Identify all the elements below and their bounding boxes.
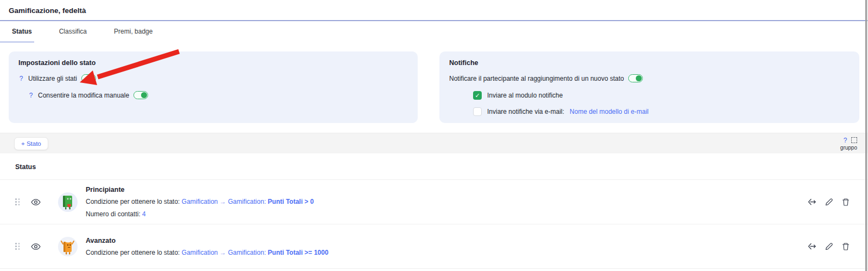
use-states-toggle[interactable] xyxy=(81,74,96,82)
status-row-principiante: Principiante Condizione per ottenere lo … xyxy=(0,180,868,224)
condition-field-link[interactable]: Gamification: xyxy=(228,198,266,205)
condition-metric[interactable]: Punti Totali xyxy=(268,198,303,205)
contacts-count: Numero di contatti: 4 xyxy=(86,210,807,218)
status-avatar-book-orange xyxy=(58,236,78,257)
condition-label: Condizione per ottenere lo stato: xyxy=(86,249,180,256)
add-status-button[interactable]: + Stato xyxy=(14,137,48,150)
drag-handle-icon[interactable] xyxy=(15,198,23,205)
status-row-body: Avanzato Condizione per ottenere lo stat… xyxy=(86,237,807,256)
condition-arrow: → xyxy=(220,198,226,205)
page-title: Gamificazione, fedeltà xyxy=(9,7,859,15)
drag-handle-icon[interactable] xyxy=(15,243,23,250)
notify-module-row: ✓ Inviare al modulo notifiche xyxy=(473,91,850,100)
condition-module-link[interactable]: Gamification xyxy=(182,198,218,205)
notifications-title: Notifiche xyxy=(449,59,850,67)
status-row-avanzato: Avanzato Condizione per ottenere lo stat… xyxy=(0,224,868,269)
notify-module-label: Inviare al modulo notifiche xyxy=(487,92,563,99)
tab-classifica[interactable]: Classifica xyxy=(59,28,87,43)
visibility-eye-icon[interactable] xyxy=(30,197,41,208)
tab-premi-badge[interactable]: Premi, badge xyxy=(114,28,152,43)
state-settings-panel: Impostazioni dello stato ? Utilizzare gl… xyxy=(9,51,418,123)
help-icon[interactable]: ? xyxy=(28,92,34,99)
status-name: Avanzato xyxy=(86,237,807,244)
list-toolbar: + Stato ? gruppo xyxy=(0,133,868,153)
manual-edit-row: ? Consentire la modifica manuale xyxy=(28,91,408,99)
notify-module-checkbox[interactable]: ✓ xyxy=(473,91,482,100)
row-actions xyxy=(807,241,851,251)
notify-email-checkbox[interactable] xyxy=(473,107,482,116)
status-condition: Condizione per ottenere lo stato: Gamifi… xyxy=(86,249,807,256)
group-select-icon[interactable] xyxy=(851,137,857,143)
use-states-label: Utilizzare gli stati xyxy=(28,75,77,82)
help-icon[interactable]: ? xyxy=(18,75,24,82)
email-template-link[interactable]: Nome del modello di e-mail xyxy=(570,108,648,115)
list-header: Status xyxy=(0,153,868,180)
contacts-value[interactable]: 4 xyxy=(142,210,146,218)
gamification-settings-page: Gamificazione, fedeltà Status Classifica… xyxy=(0,0,868,271)
status-name: Principiante xyxy=(86,186,807,193)
tab-bar: Status Classifica Premi, badge xyxy=(0,21,868,43)
notifications-panel: Notifiche Notificare il partecipante al … xyxy=(439,51,859,123)
group-control: ? gruppo xyxy=(840,136,857,151)
condition-module-link[interactable]: Gamification xyxy=(182,249,218,256)
active-tab-indicator xyxy=(0,41,34,43)
manual-edit-toggle[interactable] xyxy=(133,91,148,99)
transfer-contacts-icon[interactable] xyxy=(807,241,817,251)
notify-participant-label: Notificare il partecipante al raggiungim… xyxy=(449,75,624,82)
manual-edit-label: Consentire la modifica manuale xyxy=(38,92,129,99)
help-icon[interactable]: ? xyxy=(843,137,848,144)
status-condition: Condizione per ottenere lo stato: Gamifi… xyxy=(86,198,807,205)
condition-arrow: → xyxy=(220,249,226,256)
notify-email-row: Inviare notifiche via e-mail: Nome del m… xyxy=(473,107,850,116)
transfer-contacts-icon[interactable] xyxy=(807,197,817,207)
contacts-label: Numero di contatti: xyxy=(86,210,141,218)
condition-operator: >= 1000 xyxy=(304,249,328,256)
condition-field-link[interactable]: Gamification: xyxy=(228,249,266,256)
delete-trash-icon[interactable] xyxy=(841,197,851,207)
status-row-body: Principiante Condizione per ottenere lo … xyxy=(86,186,807,218)
condition-operator: > 0 xyxy=(304,198,314,205)
use-states-row: ? Utilizzare gli stati xyxy=(18,74,408,82)
settings-panels: Impostazioni dello stato ? Utilizzare gl… xyxy=(0,43,868,123)
page-header: Gamificazione, fedeltà xyxy=(0,0,868,20)
notify-participant-toggle[interactable] xyxy=(628,74,643,82)
notify-participant-row: Notificare il partecipante al raggiungim… xyxy=(449,74,850,82)
edit-pencil-icon[interactable] xyxy=(824,197,834,207)
notify-email-label: Inviare notifiche via e-mail: xyxy=(487,108,564,115)
tab-status[interactable]: Status xyxy=(12,28,32,43)
condition-label: Condizione per ottenere lo stato: xyxy=(86,198,180,205)
row-actions xyxy=(807,197,851,207)
delete-trash-icon[interactable] xyxy=(841,242,851,251)
window-edge-scrollbar[interactable] xyxy=(865,0,867,271)
edit-pencil-icon[interactable] xyxy=(824,242,834,251)
visibility-eye-icon[interactable] xyxy=(30,241,41,252)
group-label: gruppo xyxy=(840,145,857,151)
status-avatar-book-green xyxy=(58,192,78,212)
condition-metric[interactable]: Punti Totali xyxy=(268,249,303,256)
state-settings-title: Impostazioni dello stato xyxy=(18,59,408,67)
